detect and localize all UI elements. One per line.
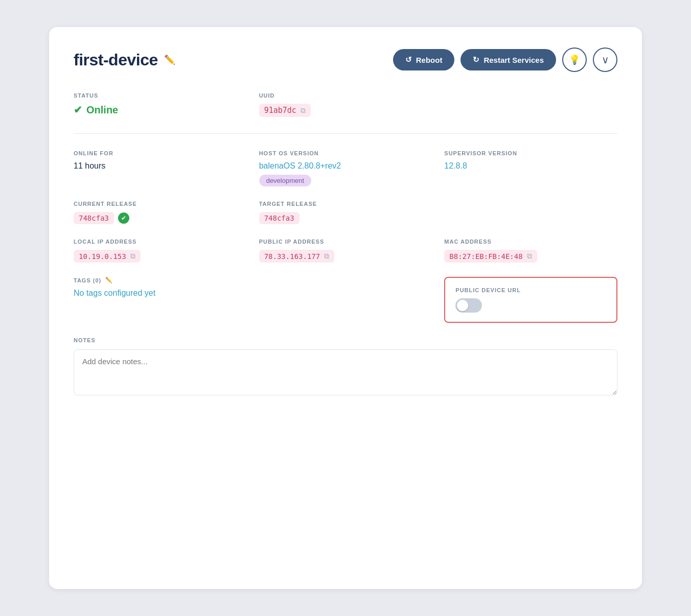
public-device-url-toggle-wrapper: [455, 298, 606, 313]
notes-section: NOTES: [74, 337, 617, 397]
target-release-badge: 748cfa3: [259, 212, 300, 224]
copy-public-ip-icon[interactable]: ⧉: [324, 252, 329, 260]
uuid-label: UUID: [259, 92, 432, 99]
public-ip-label: PUBLIC IP ADDRESS: [259, 239, 432, 245]
status-field: STATUS ✔ Online: [74, 92, 247, 117]
public-device-url-field: PUBLIC DEVICE URL: [444, 277, 617, 323]
reboot-label: Reboot: [416, 56, 443, 64]
light-bulb-button[interactable]: 💡: [562, 48, 587, 72]
chevron-down-icon: ∨: [602, 54, 609, 66]
current-release-check-icon: ✔: [118, 212, 129, 224]
restart-services-button[interactable]: ↻ Restart Services: [460, 49, 556, 70]
host-os-badge: development: [259, 175, 311, 186]
header: first-device ✏️ ↺ Reboot ↻ Restart Servi…: [74, 48, 617, 72]
status-label: STATUS: [74, 92, 247, 99]
tags-field: TAGS (0) ✏️ No tags configured yet: [74, 277, 247, 298]
tags-label: TAGS (0) ✏️: [74, 277, 247, 283]
reboot-button[interactable]: ↺ Reboot: [393, 49, 455, 70]
public-device-url-label: PUBLIC DEVICE URL: [455, 287, 606, 293]
local-ip-value: 10.19.0.153 ⧉: [74, 250, 141, 263]
device-card: first-device ✏️ ↺ Reboot ↻ Restart Servi…: [49, 27, 642, 589]
info-section: ONLINE FOR 11 hours HOST OS VERSION bale…: [74, 150, 617, 186]
notes-textarea[interactable]: [74, 349, 617, 395]
mac-text: B8:27:EB:FB:4E:48: [449, 252, 522, 260]
online-for-field: ONLINE FOR 11 hours: [74, 150, 247, 186]
reboot-icon: ↺: [405, 55, 412, 64]
target-release-value: 748cfa3: [259, 212, 432, 224]
edit-device-name-icon[interactable]: ✏️: [164, 54, 175, 65]
online-for-label: ONLINE FOR: [74, 150, 247, 156]
local-ip-text: 10.19.0.153: [79, 252, 126, 260]
device-name: first-device: [74, 51, 158, 69]
mac-address-value: B8:27:EB:FB:4E:48 ⧉: [444, 250, 537, 263]
public-ip-text: 78.33.163.177: [264, 252, 320, 260]
current-release-value: 748cfa3 ✔: [74, 212, 247, 224]
restart-services-label: Restart Services: [483, 56, 544, 64]
copy-mac-icon[interactable]: ⧉: [527, 252, 532, 260]
mac-field: MAC ADDRESS B8:27:EB:FB:4E:48 ⧉: [444, 239, 617, 263]
local-ip-field: LOCAL IP ADDRESS 10.19.0.153 ⧉: [74, 239, 247, 263]
network-section: LOCAL IP ADDRESS 10.19.0.153 ⧉ PUBLIC IP…: [74, 239, 617, 263]
notes-label: NOTES: [74, 337, 617, 343]
chevron-down-button[interactable]: ∨: [593, 48, 617, 72]
local-ip-label: LOCAL IP ADDRESS: [74, 239, 247, 245]
copy-uuid-icon[interactable]: ⧉: [301, 106, 306, 115]
supervisor-field: SUPERVISOR VERSION 12.8.8: [444, 150, 617, 186]
public-ip-field: PUBLIC IP ADDRESS 78.33.163.177 ⧉: [259, 239, 432, 263]
current-release-label: CURRENT RELEASE: [74, 201, 247, 207]
target-release-label: TARGET RELEASE: [259, 201, 432, 207]
device-title-group: first-device ✏️: [74, 51, 175, 69]
copy-local-ip-icon[interactable]: ⧉: [130, 252, 135, 260]
host-os-label: HOST OS VERSION: [259, 150, 432, 156]
header-actions: ↺ Reboot ↻ Restart Services 💡 ∨: [393, 48, 617, 72]
tags-label-text: TAGS (0): [74, 277, 101, 283]
supervisor-value: 12.8.8: [444, 161, 617, 171]
host-os-value: balenaOS 2.80.8+rev2: [259, 161, 432, 171]
no-tags-value: No tags configured yet: [74, 289, 247, 298]
restart-icon: ↻: [473, 55, 479, 64]
uuid-text: 91ab7dc: [264, 106, 296, 115]
status-uuid-section: STATUS ✔ Online UUID 91ab7dc ⧉: [74, 92, 617, 117]
edit-tags-icon[interactable]: ✏️: [105, 277, 113, 283]
placeholder-col1: [444, 92, 617, 117]
current-release-field: CURRENT RELEASE 748cfa3 ✔: [74, 201, 247, 224]
status-value: ✔ Online: [74, 104, 247, 116]
host-os-field: HOST OS VERSION balenaOS 2.80.8+rev2 dev…: [259, 150, 432, 186]
public-device-url-toggle[interactable]: [455, 298, 482, 313]
release-section: CURRENT RELEASE 748cfa3 ✔ TARGET RELEASE…: [74, 201, 617, 224]
status-text: Online: [86, 104, 118, 116]
uuid-value: 91ab7dc ⧉: [259, 104, 311, 117]
mac-label: MAC ADDRESS: [444, 239, 617, 245]
toggle-slider: [455, 298, 482, 313]
online-check-icon: ✔: [74, 104, 82, 116]
target-release-field: TARGET RELEASE 748cfa3: [259, 201, 432, 224]
current-release-badge: 748cfa3: [74, 212, 114, 224]
placeholder-col2: [444, 201, 617, 224]
lightbulb-icon: 💡: [569, 54, 580, 65]
public-device-url-box: PUBLIC DEVICE URL: [444, 277, 617, 323]
public-ip-value: 78.33.163.177 ⧉: [259, 250, 335, 263]
online-for-value: 11 hours: [74, 161, 247, 171]
supervisor-label: SUPERVISOR VERSION: [444, 150, 617, 156]
tags-url-section: TAGS (0) ✏️ No tags configured yet PUBLI…: [74, 277, 617, 323]
divider-1: [74, 133, 617, 134]
uuid-field: UUID 91ab7dc ⧉: [259, 92, 432, 117]
